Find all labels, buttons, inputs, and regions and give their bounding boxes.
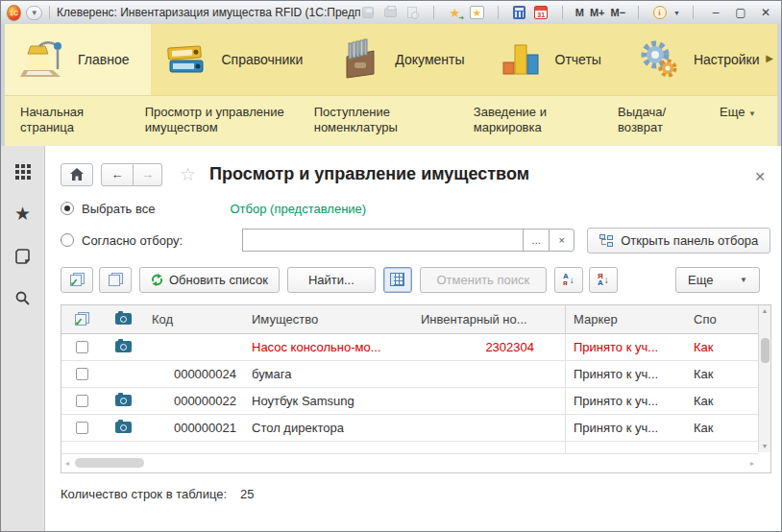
calendar-icon[interactable]: 31 [533,5,550,20]
history-icon[interactable] [12,246,34,267]
table-row[interactable]: 000000024 бумага Принято к уч... Как [61,361,770,388]
cell-marker: Принято к уч... [565,361,686,387]
form-area: ✕ ← → ☆ Просмотр и управление имуществом… [45,146,781,532]
ribbon-tab-label: Главное [78,52,130,67]
select-all-radio[interactable] [61,202,74,215]
filter-tree-icon [599,234,613,247]
hscroll-thumb[interactable] [75,458,144,468]
favorites-star-icon[interactable]: ★ [12,204,34,225]
app-window: 1С ▼ Клеверенс: Инвентаризация имущества… [0,0,782,532]
header-inventory-number[interactable]: Инвентарный но... [413,305,542,333]
cell-inventory [413,361,542,387]
forward-button[interactable]: → [134,163,162,186]
sections-menu-icon[interactable] [12,161,34,182]
check-pages-icon: ✓ [70,273,85,286]
table-row[interactable]: 000000022 Ноутбук Samsung Принято к уч..… [61,388,770,415]
divider [498,6,499,19]
table-row[interactable]: 000000021 Стол директора Принято к уч...… [61,415,770,442]
refresh-list-button[interactable]: Обновить список [139,267,280,293]
ribbon-tab-catalogs[interactable]: Справочники [151,24,325,95]
by-filter-radio[interactable] [61,233,74,247]
menu-item-issue-return[interactable]: Выдача/возврат [618,105,695,136]
menu-item-goods-receipt[interactable]: Поступление номенклатуры [314,105,449,136]
cancel-search-button[interactable]: Отменить поиск [420,267,547,293]
main-menu-button[interactable]: ▼ [26,6,42,20]
cell-marker: Принято к уч... [565,388,686,414]
filter-choose-button[interactable]: ... [523,229,549,252]
set-flags-button[interactable]: ✓ [61,267,93,293]
filter-input[interactable] [242,229,523,252]
sort-descending-button[interactable]: ЯА↓ [589,267,618,293]
header-code[interactable]: Код [144,305,244,333]
memory-add-button[interactable]: M+ [590,7,605,18]
back-button[interactable]: ← [101,163,134,186]
table-settings-button[interactable] [383,267,412,293]
vertical-scrollbar[interactable]: ▲ ▼ [758,305,770,452]
sort-az-icon: Ая↓ [563,273,574,286]
print-icon[interactable] [382,5,399,20]
print-preview-icon[interactable] [404,5,421,20]
info-icon[interactable]: i [651,5,668,20]
header-photo-column[interactable] [102,305,144,333]
memory-recall-button[interactable]: M [575,7,584,18]
titlebar: 1С ▼ Клеверенс: Инвентаризация имущества… [1,1,781,24]
search-icon[interactable] [12,288,34,309]
menu-item-home[interactable]: Начальная страница [20,105,120,136]
select-all-label[interactable]: Выбрать все [82,202,155,216]
horizontal-scrollbar[interactable]: ◂ ▸ [61,453,758,472]
table-row[interactable]: Насос консольно-мо... 2302304 Принято к … [61,334,770,361]
row-checkbox[interactable] [76,341,88,353]
window-title: Клеверенс: Инвентаризация имущества RFID… [57,6,360,19]
by-filter-label[interactable]: Согласно отбору: [82,233,183,248]
cell-code: 000000024 [144,361,244,387]
scroll-right-icon[interactable]: ▸ [750,459,754,468]
cell-code: 000000021 [144,415,244,441]
sort-za-icon: ЯА↓ [598,273,609,286]
row-checkbox[interactable] [76,368,88,380]
find-button[interactable]: Найти... [287,267,376,293]
cell-inventory: 2302304 [413,334,542,360]
ribbon-tab-main[interactable]: Главное [5,24,151,95]
calculator-icon[interactable] [511,5,527,20]
row-checkbox[interactable] [76,395,88,407]
home-button[interactable] [61,163,93,186]
ribbon-tab-documents[interactable]: Документы [324,24,485,95]
row-checkbox[interactable] [76,422,88,434]
save-icon[interactable] [360,5,377,20]
camera-icon [115,341,132,352]
sort-ascending-button[interactable]: Ая↓ [554,267,583,293]
refresh-icon [151,274,163,286]
scroll-down-icon[interactable]: ▼ [762,441,769,452]
ribbon-tab-label: Отчеты [555,52,601,67]
header-check-column[interactable]: ✓ [61,305,102,333]
memory-subtract-button[interactable]: M− [610,7,625,18]
section-menu: Начальная страница Просмотр и управление… [5,95,777,146]
add-favorite-icon[interactable]: ★ [447,5,463,20]
bar-chart-icon [500,37,544,82]
favorite-star-icon[interactable]: ☆ [180,163,196,185]
info-dropdown-icon[interactable]: ▼ [673,10,680,16]
scroll-up-icon[interactable]: ▲ [762,305,769,317]
header-marker[interactable]: Маркер [565,305,686,333]
open-filter-panel-button[interactable]: Открыть панель отбора [587,228,770,254]
ribbon-tab-reports[interactable]: Отчеты [486,24,623,95]
favorites-icon[interactable]: ★ [469,5,485,20]
ribbon-tab-settings[interactable]: Настройки [623,24,781,95]
minimize-button[interactable]: – [706,5,725,20]
table-header: ✓ Код Имущество Инвентарный но... Маркер… [61,305,770,334]
ribbon-overflow-icon[interactable]: ▶ [766,53,773,63]
scroll-left-icon[interactable]: ◂ [65,459,69,468]
maximize-button[interactable]: ▢ [731,5,750,20]
filter-clear-button[interactable]: × [549,229,574,252]
clear-flags-button[interactable] [99,267,132,293]
close-button[interactable]: ✕ [756,5,775,20]
header-asset[interactable]: Имущество [244,305,413,333]
menu-item-registration-marking[interactable]: Заведение и маркировка [474,105,593,136]
cell-inventory [413,388,542,414]
vscroll-thumb[interactable] [761,338,770,363]
menu-item-view-manage-assets[interactable]: Просмотр и управление имуществом [145,105,289,136]
camera-icon [115,422,132,433]
menu-more-button[interactable]: Еще ▼ [720,105,756,119]
form-close-icon[interactable]: ✕ [754,169,766,184]
list-more-button[interactable]: Еще▼ [675,267,760,293]
